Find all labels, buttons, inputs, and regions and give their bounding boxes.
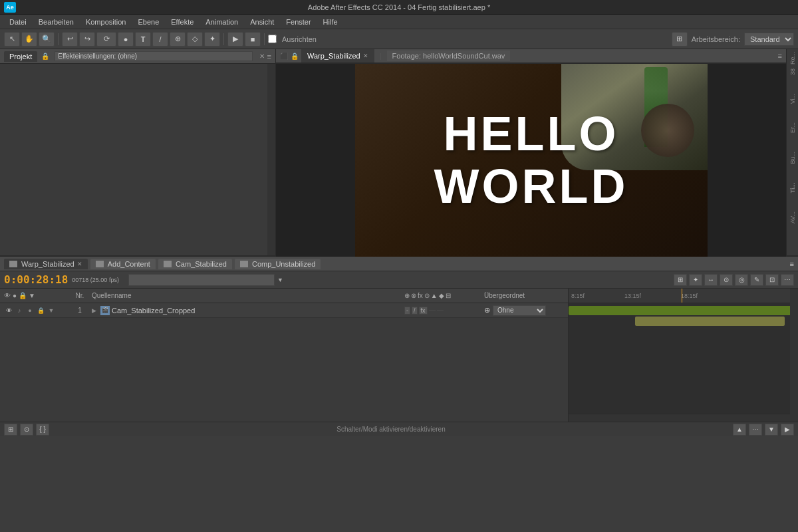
- menu-ebene[interactable]: Ebene: [132, 17, 164, 27]
- effects-field[interactable]: Effekteinstellungen: (ohne): [55, 51, 252, 61]
- select-tool[interactable]: ↖: [4, 32, 20, 47]
- timeline-vscrollbar[interactable]: [790, 289, 798, 422]
- timeline-section: Warp_Stabilized ✕ Add_Content Cam_Stabil…: [0, 255, 798, 422]
- lh-icon-lock: 🔒: [19, 292, 27, 299]
- timeline-controls: 0:00:28:18 00718 (25.00 fps) ▼ ⊞ ✦ ↔ ⊙ ◎…: [0, 271, 798, 289]
- bottom-icon-1[interactable]: ⊞: [4, 424, 17, 436]
- project-scrollbar[interactable]: [267, 64, 275, 255]
- bottom-right-1[interactable]: ▲: [733, 424, 746, 436]
- timeline-header: Warp_Stabilized ✕ Add_Content Cam_Stabil…: [0, 257, 798, 271]
- bottom-status-text: Schalter/Modi aktivieren/deaktivieren: [336, 426, 445, 433]
- tl-icon-5[interactable]: ◎: [735, 274, 748, 286]
- timeline-frames: 00718 (25.00 fps): [72, 277, 119, 283]
- tl-tab-add[interactable]: Add_Content: [90, 259, 156, 269]
- tl-tab-comp[interactable]: Comp_Unstabilized: [235, 259, 321, 269]
- shape-tool[interactable]: ◇: [187, 32, 203, 47]
- tl-icon-7[interactable]: ⊡: [765, 274, 779, 286]
- world-text: WORLD: [434, 160, 628, 213]
- hand-tool[interactable]: ✋: [21, 32, 37, 47]
- text-tool[interactable]: T: [135, 32, 151, 47]
- brush-tool[interactable]: ●: [118, 32, 134, 47]
- menu-ansicht[interactable]: Ansicht: [245, 17, 279, 27]
- tl-tab-warp[interactable]: Warp_Stabilized ✕: [4, 259, 88, 269]
- tl-tab-warp-close[interactable]: ✕: [77, 261, 82, 267]
- bottom-right-2[interactable]: ⋯: [749, 424, 762, 436]
- toolbar-extra-1[interactable]: ⊞: [672, 32, 688, 47]
- layer-1-solo[interactable]: ●: [25, 306, 35, 315]
- layer-1-collapse[interactable]: ▼: [47, 306, 56, 315]
- timeline-tracks: 8:15f 13:15f 18:15f: [569, 289, 798, 422]
- layer-1-nr: 1: [70, 307, 89, 314]
- tl-menu-btn[interactable]: ≡: [790, 260, 794, 268]
- right-panel-label-7: AV...: [788, 210, 797, 225]
- tl-tab-cam[interactable]: Cam_Stabilized: [158, 259, 232, 269]
- menu-hilfe[interactable]: Hilfe: [318, 17, 343, 27]
- project-panel-content: [0, 64, 275, 255]
- undo-tool[interactable]: ↩: [62, 32, 78, 47]
- layer-1-fx[interactable]: fx: [419, 307, 428, 315]
- layer-controls: 👁 ● 🔒 ▼ Nr. Quellenname ⊕ ⊗ fx ⊙ ▲ ◆: [0, 289, 569, 422]
- toolbar: ↖ ✋ 🔍 ↩ ↪ ⟳ ● T / ⊕ ◇ ✦ ▶ ■ Ausrichten ⊞…: [0, 29, 798, 49]
- layer-1-name[interactable]: Cam_Stabilized_Cropped: [112, 307, 404, 315]
- menu-komposition[interactable]: Komposition: [80, 17, 132, 27]
- tl-search-input[interactable]: [128, 274, 275, 286]
- layer-1-slash[interactable]: /: [412, 307, 418, 315]
- menu-datei[interactable]: Datei: [4, 17, 32, 27]
- layer-row-1[interactable]: 👁 ♪ ● 🔒 ▼ 1 ▶ 🎬 Cam_Stabilized_Cropped -…: [0, 303, 568, 318]
- track-area[interactable]: [569, 303, 798, 422]
- timeline-area: 👁 ● 🔒 ▼ Nr. Quellenname ⊕ ⊗ fx ⊙ ▲ ◆: [0, 289, 798, 422]
- menu-animation[interactable]: Animation: [200, 17, 243, 27]
- title-bar: Ae Adobe After Effects CC 2014 - 04 Fert…: [0, 0, 798, 15]
- layer-1-parent-select[interactable]: Ohne: [493, 305, 546, 316]
- menu-effekte[interactable]: Effekte: [166, 17, 199, 27]
- track-bar-olive: [635, 317, 785, 326]
- tl-icon-3[interactable]: ↔: [704, 274, 718, 286]
- layer-1-parent: ⊕ Ohne: [484, 305, 564, 316]
- tl-icon-8[interactable]: ⋯: [781, 274, 794, 286]
- menu-bearbeiten[interactable]: Bearbeiten: [33, 17, 79, 27]
- layer-1-minus[interactable]: -: [404, 307, 410, 315]
- zoom-tool[interactable]: 🔍: [39, 32, 55, 47]
- pen-tool[interactable]: /: [152, 32, 168, 47]
- right-panel-label-6: Ti...: [788, 182, 797, 194]
- tl-icon-1[interactable]: ⊞: [674, 274, 687, 286]
- bottom-icon-3[interactable]: { }: [36, 424, 49, 436]
- ausrichten-checkbox[interactable]: [268, 35, 277, 43]
- workspace-select[interactable]: Standard: [744, 33, 794, 46]
- right-panel-label-4: Er...: [788, 121, 797, 134]
- clone-tool[interactable]: ⊕: [170, 32, 186, 47]
- layer-header: 👁 ● 🔒 ▼ Nr. Quellenname ⊕ ⊗ fx ⊙ ▲ ◆: [0, 289, 568, 303]
- lh-icons-header: 👁 ● 🔒 ▼: [4, 292, 70, 299]
- tl-toolbar-icons: ⊞ ✦ ↔ ⊙ ◎ ✎ ⊡ ⋯: [674, 274, 794, 286]
- play-btn[interactable]: ▶: [227, 32, 243, 47]
- project-panel-menu[interactable]: ≡: [267, 53, 271, 61]
- project-panel: Projekt 🔒 Effekteinstellungen: (ohne) ✕ …: [0, 49, 276, 255]
- bottom-right-4[interactable]: ▶: [781, 424, 794, 436]
- layer-1-lock[interactable]: 🔒: [36, 306, 45, 315]
- comp-panel-menu[interactable]: ≡: [778, 52, 782, 60]
- layer-1-visibility[interactable]: 👁: [4, 306, 13, 315]
- layer-1-audio[interactable]: ♪: [15, 306, 24, 315]
- separator-3: [264, 33, 265, 45]
- menu-fenster[interactable]: Fenster: [281, 17, 316, 27]
- stop-btn[interactable]: ■: [245, 32, 261, 47]
- puppet-tool[interactable]: ✦: [204, 32, 220, 47]
- project-tab[interactable]: Projekt: [4, 51, 37, 62]
- tl-icon-2[interactable]: ✦: [689, 274, 702, 286]
- tl-icon-6[interactable]: ✎: [750, 274, 763, 286]
- layer-1-expand[interactable]: ▶: [89, 306, 98, 315]
- bottom-icon-2[interactable]: ⊙: [20, 424, 33, 436]
- menu-bar: Datei Bearbeiten Komposition Ebene Effek…: [0, 15, 798, 29]
- lh-parent-header: Übergeordnet: [484, 292, 564, 299]
- timeline-current-time: 0:00:28:18: [4, 273, 68, 286]
- ruler-mark-3: 18:15f: [681, 293, 698, 299]
- redo-tool[interactable]: ↪: [79, 32, 95, 47]
- tl-icon-4[interactable]: ⊙: [720, 274, 733, 286]
- timeline-hscrollbar[interactable]: [569, 414, 790, 422]
- render-tool[interactable]: ⟳: [96, 32, 116, 47]
- comp-tab-warp-close[interactable]: ✕: [363, 53, 368, 59]
- bottom-right-3[interactable]: ▼: [765, 424, 778, 436]
- footage-tab[interactable]: Footage: helloWorldSoundCut.wav: [387, 51, 511, 61]
- project-panel-close[interactable]: ✕: [259, 53, 265, 60]
- comp-tab-warp[interactable]: Warp_Stabilized ✕: [301, 49, 374, 63]
